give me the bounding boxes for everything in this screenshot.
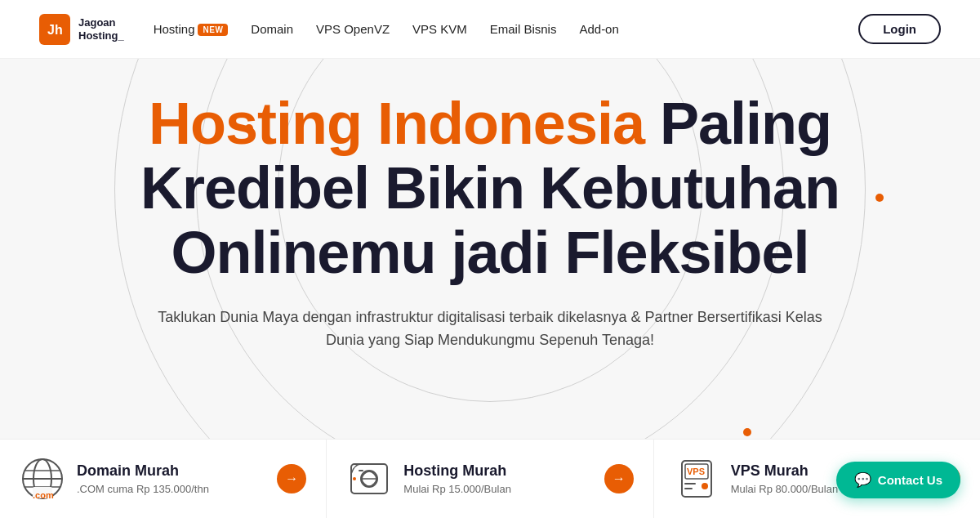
nav-item-domain[interactable]: Domain bbox=[251, 22, 293, 37]
card-hosting-title: Hosting Murah bbox=[403, 462, 592, 480]
hero-section: Hosting Indonesia PalingKredibel Bikin K… bbox=[0, 59, 980, 518]
card-domain-subtitle: .COM cuma Rp 135.000/thn bbox=[77, 483, 265, 495]
svg-point-17 bbox=[702, 483, 708, 489]
card-hosting[interactable]: Hosting Murah Mulai Rp 15.000/Bulan → bbox=[327, 439, 653, 518]
card-domain-arrow[interactable]: → bbox=[277, 464, 306, 493]
svg-text:.com: .com bbox=[33, 490, 54, 500]
login-button[interactable]: Login bbox=[858, 14, 941, 44]
nav-item-hosting[interactable]: HostingNEW bbox=[154, 22, 229, 37]
card-hosting-subtitle: Mulai Rp 15.000/Bulan bbox=[403, 483, 592, 495]
cards-row: .com Domain Murah .COM cuma Rp 135.000/t… bbox=[0, 439, 980, 518]
domain-icon: .com bbox=[20, 456, 65, 502]
nav-link-email-bisnis[interactable]: Email Bisnis bbox=[490, 22, 557, 36]
nav-left: Jh Jagoan Hosting_ HostingNEW Domain VPS… bbox=[39, 14, 619, 45]
nav-item-addon[interactable]: Add-on bbox=[579, 22, 618, 37]
nav-link-domain[interactable]: Domain bbox=[251, 22, 293, 36]
nav-link-addon[interactable]: Add-on bbox=[579, 22, 618, 36]
nav-link-vps-kvm[interactable]: VPS KVM bbox=[412, 22, 467, 36]
hero-title-orange: Hosting Indonesia bbox=[149, 91, 644, 156]
nav-item-email-bisnis[interactable]: Email Bisnis bbox=[490, 22, 557, 37]
vps-icon: VPS bbox=[674, 456, 719, 502]
navbar: Jh Jagoan Hosting_ HostingNEW Domain VPS… bbox=[0, 0, 980, 59]
svg-point-11 bbox=[353, 477, 356, 480]
logo-icon: Jh bbox=[39, 14, 70, 45]
hosting-icon bbox=[346, 456, 392, 502]
contact-us-label: Contact Us bbox=[878, 473, 942, 487]
svg-text:VPS: VPS bbox=[687, 467, 705, 476]
contact-us-button[interactable]: 💬 Contact Us bbox=[836, 462, 960, 498]
card-domain-text: Domain Murah .COM cuma Rp 135.000/thn bbox=[77, 462, 265, 495]
nav-link-hosting[interactable]: HostingNEW bbox=[154, 22, 229, 36]
nav-item-vps-openvz[interactable]: VPS OpenVZ bbox=[316, 22, 390, 37]
svg-text:Jh: Jh bbox=[47, 23, 63, 37]
logo-text: Jagoan Hosting_ bbox=[78, 16, 124, 42]
new-badge: NEW bbox=[198, 24, 228, 36]
hero-title: Hosting Indonesia PalingKredibel Bikin K… bbox=[98, 92, 882, 286]
whatsapp-icon: 💬 bbox=[854, 471, 871, 489]
logo[interactable]: Jh Jagoan Hosting_ bbox=[39, 14, 124, 45]
hero-content: Hosting Indonesia PalingKredibel Bikin K… bbox=[98, 92, 882, 352]
card-hosting-text: Hosting Murah Mulai Rp 15.000/Bulan bbox=[403, 462, 592, 495]
dot-decoration-3 bbox=[743, 428, 751, 436]
nav-link-vps-openvz[interactable]: VPS OpenVZ bbox=[316, 22, 390, 36]
nav-links: HostingNEW Domain VPS OpenVZ VPS KVM Ema… bbox=[154, 22, 619, 37]
card-domain[interactable]: .com Domain Murah .COM cuma Rp 135.000/t… bbox=[0, 439, 327, 518]
nav-item-vps-kvm[interactable]: VPS KVM bbox=[412, 22, 467, 37]
card-hosting-arrow[interactable]: → bbox=[604, 464, 634, 493]
hero-subtitle: Taklukan Dunia Maya dengan infrastruktur… bbox=[139, 306, 841, 353]
card-domain-title: Domain Murah bbox=[77, 462, 265, 480]
